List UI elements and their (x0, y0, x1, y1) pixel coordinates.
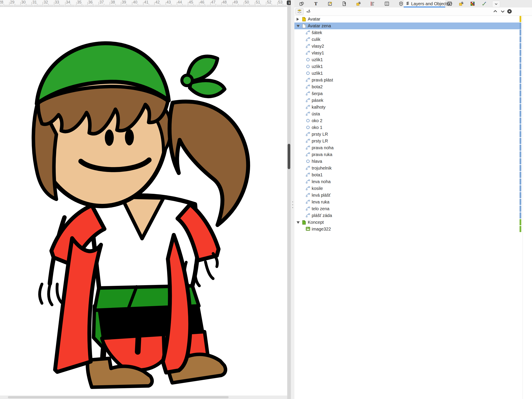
close-dialog-button[interactable] (507, 9, 512, 14)
tree-row-kosile[interactable]: kosile (294, 185, 521, 192)
path-icon (306, 85, 310, 90)
ruler-number: 48 (222, 0, 227, 5)
tree-row--erpa[interactable]: šerpa (294, 90, 521, 97)
tree-row-uzlik1[interactable]: uzlik1 (294, 56, 521, 63)
splitter-grip[interactable] (292, 202, 293, 208)
row-label: Avatar zena (308, 23, 331, 28)
tree-row-leva-ruka[interactable]: leva ruka (294, 199, 521, 205)
ruler-number: 42 (155, 0, 159, 5)
drawing-canvas[interactable]: 2829303132333435363738394041424344454647… (0, 0, 291, 399)
eye-left[interactable] (105, 130, 114, 146)
layer-color-chip (519, 104, 521, 110)
tree-row-vlasy2[interactable]: vlasy2 (294, 43, 521, 50)
shield-icon[interactable] (398, 1, 404, 6)
move-up-button[interactable] (493, 9, 498, 14)
eye-right[interactable] (125, 129, 134, 145)
tree-row--tek[interactable]: šátek (294, 29, 521, 36)
tree-row-avatar-zena[interactable]: Avatar zena (294, 23, 521, 29)
text-font-icon[interactable]: T (313, 1, 319, 6)
edit-drawing-icon[interactable] (327, 1, 333, 6)
row-label: vlasy1 (312, 51, 324, 56)
layer-color-chip (519, 131, 521, 137)
canvas-horizontal-scrollbar[interactable] (0, 395, 287, 399)
layer-color-chip (519, 145, 521, 151)
tree-row-bota2[interactable]: bota2 (294, 83, 521, 90)
current-layer-button[interactable] (295, 8, 304, 15)
tree-row-kalhoty[interactable]: kalhoty (294, 104, 521, 111)
tree-row-prsty-lr[interactable]: prsty LR (294, 138, 521, 145)
toolbox-icon[interactable] (356, 1, 361, 6)
path-icon (306, 44, 310, 49)
tab-label: Layers and Objects (411, 1, 449, 6)
tree-row-prsty-lr[interactable]: prsty LR (294, 131, 521, 138)
layers-stack-icon (405, 1, 410, 6)
left-hand-fingers[interactable] (40, 284, 62, 305)
import-document-icon[interactable] (342, 1, 347, 6)
tree-row-leva-noha[interactable]: leva noha (294, 178, 521, 185)
path-icon (306, 207, 310, 212)
pirate-girl-drawing[interactable] (0, 0, 291, 399)
row-label: bota1 (312, 172, 323, 177)
tree-row-p-sek[interactable]: pásek (294, 97, 521, 104)
path-icon (306, 179, 310, 185)
tree-row-prava-noha[interactable]: prava noha (294, 145, 521, 151)
tree-row-culik[interactable]: culik (294, 36, 521, 43)
path-icon (306, 186, 310, 191)
toolbox2-icon[interactable] (458, 1, 464, 6)
layer-color-chip (519, 57, 521, 63)
color-grid-icon[interactable] (470, 1, 475, 6)
tree-row-bota1[interactable]: bota1 (294, 171, 521, 178)
right-leg[interactable] (138, 334, 139, 352)
panel-splitter[interactable] (291, 0, 295, 399)
ruler-number: 38 (111, 0, 115, 5)
row-label: plášť záda (312, 213, 332, 218)
tree-row-lev-pl-[interactable]: levá plášť (294, 192, 521, 199)
tree-row-hlava[interactable]: hlava (294, 158, 521, 165)
ruler-number: 53 (278, 0, 283, 5)
expander-expanded-icon[interactable] (297, 221, 300, 224)
row-label: uzlik1 (312, 57, 323, 62)
tab-layers-and-objects[interactable]: Layers and Objects × (404, 0, 445, 7)
circle-icon (306, 57, 310, 63)
window-frame-icon[interactable] (384, 1, 390, 6)
row-label: kalhoty (312, 105, 325, 110)
row-label: Koncept (308, 220, 324, 225)
tree-row-oko-2[interactable]: oko 2 (294, 117, 521, 124)
horizontal-scrollbar-thumb[interactable] (8, 396, 229, 398)
tree-row-trojuhelnik[interactable]: trojuhelnik (294, 165, 521, 171)
align-distribute-icon[interactable] (370, 1, 375, 6)
layer-color-chip (519, 111, 521, 117)
tree-row--sta[interactable]: ústa (294, 111, 521, 117)
tree-row-koncept[interactable]: Koncept (294, 219, 521, 226)
tree-row-uzlik1[interactable]: uzlik1 (294, 63, 521, 70)
tree-row-prava-ruka[interactable]: prava ruka (294, 151, 521, 158)
tree-row-avatar[interactable]: Avatar (294, 16, 521, 23)
add-layer-button[interactable] (304, 8, 312, 14)
circle-icon (306, 64, 310, 70)
window-preview-icon[interactable] (447, 1, 452, 6)
expander-collapsed-icon[interactable] (297, 18, 299, 21)
overflow-chevron-button[interactable] (492, 1, 500, 7)
paste-style-icon[interactable] (299, 1, 304, 6)
tree-row-prav-pl-st[interactable]: pravá plást (294, 77, 521, 83)
move-down-button[interactable] (500, 9, 506, 14)
path-icon (306, 91, 310, 97)
tree-row-oko-1[interactable]: oko 1 (294, 124, 521, 131)
path-icon (306, 78, 310, 83)
path-icon (306, 193, 310, 198)
path-icon (306, 132, 310, 137)
tree-row-uzlik1[interactable]: uzlik1 (294, 70, 521, 77)
tree-row-pl-z-da[interactable]: plášť záda (294, 212, 521, 219)
tree-row-image322[interactable]: image322 (294, 226, 521, 233)
tree-row-telo-zena[interactable]: telo zena (294, 205, 521, 212)
layer-color-chip (519, 172, 521, 178)
tree-row-vlasy1[interactable]: vlasy1 (294, 50, 521, 56)
canvas-vertical-scrollbar[interactable] (287, 5, 291, 399)
plant-brush-icon[interactable] (481, 1, 487, 6)
expander-expanded-icon[interactable] (297, 25, 300, 27)
ruler-number: 34 (66, 0, 70, 5)
bandana-knot-leaf2[interactable] (190, 80, 225, 96)
row-label: kosile (312, 186, 323, 191)
vertical-scrollbar-thumb[interactable] (288, 144, 290, 169)
bandana-knot[interactable] (182, 75, 192, 86)
